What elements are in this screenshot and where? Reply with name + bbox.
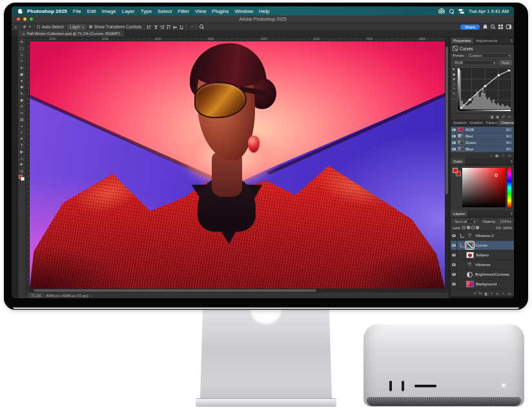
saturation-brightness-picker[interactable] <box>462 168 506 207</box>
home-icon[interactable]: ⌂ <box>14 25 17 29</box>
tool-button[interactable]: △ <box>19 155 25 161</box>
tab-color[interactable]: Color <box>451 158 465 165</box>
tab-layers[interactable]: Layers <box>451 210 467 217</box>
tool-button[interactable]: T <box>19 142 25 148</box>
tab-patterns[interactable]: Patterns <box>483 119 498 126</box>
layer-visibility-cell[interactable] <box>451 280 457 289</box>
align-center-h-icon[interactable] <box>154 25 158 29</box>
tool-button[interactable]: ∿ <box>19 52 25 57</box>
layer-label[interactable]: Brightness/Contrast <box>475 272 509 276</box>
panel-footer-icon[interactable]: ◉ <box>496 114 499 119</box>
layer-label[interactable]: Curves <box>475 243 487 247</box>
panel-footer-icon[interactable]: ◐ <box>491 291 493 295</box>
tool-button[interactable]: ◒ <box>19 123 25 128</box>
tab-gradients[interactable]: Gradients <box>467 119 483 126</box>
tab-properties[interactable]: Properties <box>451 37 473 44</box>
horizontal-scrollbar-thumb[interactable] <box>34 289 316 292</box>
menu-item-app[interactable]: Photoshop 2025 <box>27 8 67 14</box>
layer-row[interactable]: Background <box>451 280 514 289</box>
eyedropper-icon[interactable]: ~ <box>453 97 455 101</box>
menu-item[interactable]: Layer <box>122 8 135 14</box>
panel-menu-icon[interactable]: ≡ <box>510 158 514 165</box>
menu-item[interactable]: Image <box>101 8 116 14</box>
document-tab[interactable]: ✕ Fall-Winter-Collection.psd @ 71.1% (Cu… <box>18 30 124 37</box>
visibility-eye-icon[interactable] <box>452 148 456 150</box>
layer-label[interactable]: Vibrance <box>475 263 491 267</box>
panel-footer-icon[interactable]: ↺ <box>502 114 505 119</box>
menu-item[interactable]: File <box>73 8 81 14</box>
tool-button[interactable]: ☛ <box>19 161 25 167</box>
lock-transparency-icon[interactable] <box>462 226 466 229</box>
tab-adjustments[interactable]: Adjustments <box>473 37 500 44</box>
layer-visibility-cell[interactable] <box>451 260 457 269</box>
menu-item[interactable]: Select <box>158 8 172 14</box>
lock-pixels-icon[interactable] <box>467 226 470 229</box>
notifications-bell-icon[interactable] <box>483 25 487 29</box>
layer-label[interactable]: Background <box>476 282 496 286</box>
menu-item[interactable]: Window <box>235 8 253 14</box>
layer-visibility-cell[interactable] <box>451 270 457 279</box>
apple-logo-icon[interactable] <box>18 9 23 14</box>
curves-graph[interactable] <box>457 67 512 112</box>
panel-menu-icon[interactable]: ≡ <box>510 37 514 44</box>
tool-button[interactable]: ♦ <box>19 77 25 83</box>
panel-footer-icon[interactable]: ○ <box>490 154 493 158</box>
workspace-layout-icon[interactable] <box>506 25 511 29</box>
menu-item[interactable]: Filter <box>178 8 189 14</box>
control-center-icon[interactable] <box>458 8 464 14</box>
layer-row[interactable]: Brightness/Contrast <box>451 270 514 280</box>
eyedropper-icon[interactable]: ✎ <box>453 92 456 96</box>
vertical-scrollbar-thumb[interactable] <box>445 46 448 195</box>
panel-footer-icon[interactable]: ▣ <box>495 153 499 158</box>
align-right-icon[interactable] <box>160 25 164 29</box>
layer-label[interactable]: Vibrance 2 <box>475 234 494 238</box>
align-left-icon[interactable] <box>147 25 151 29</box>
lock-position-icon[interactable] <box>471 226 475 229</box>
tool-button[interactable]: ⌖ <box>19 58 25 64</box>
more-options-icon[interactable]: ⋯ <box>189 25 194 29</box>
tool-button[interactable]: ▣ <box>19 71 25 77</box>
layer-visibility-cell[interactable] <box>451 231 457 240</box>
hue-slider[interactable] <box>507 168 511 207</box>
panel-footer-icon[interactable]: ＋ <box>501 152 505 158</box>
eyedropper-icon[interactable]: ◇ <box>453 82 455 87</box>
tool-button[interactable]: ◎ <box>19 168 25 174</box>
panel-footer-icon[interactable]: fx <box>479 291 482 295</box>
preset-dropdown[interactable]: Custom ▾ <box>467 53 512 58</box>
visibility-eye-icon[interactable] <box>452 135 456 138</box>
align-middle-v-icon[interactable] <box>173 25 177 29</box>
menu-bar-clock[interactable]: Tue Apr 1 9:41 AM <box>469 8 509 14</box>
channel-row[interactable]: Blue ⌘5 <box>451 146 514 152</box>
layer-row[interactable]: ▽ Vibrance 2 <box>451 231 514 241</box>
wifi-icon[interactable] <box>438 8 445 14</box>
tool-button[interactable]: ▭ <box>19 110 25 116</box>
foreground-color-swatch[interactable] <box>453 168 458 173</box>
tool-button[interactable]: ✚ <box>19 84 25 90</box>
panel-footer-icon[interactable]: ▱ <box>496 291 499 296</box>
panel-footer-icon[interactable]: ◧ <box>484 291 488 296</box>
menu-item[interactable]: Help <box>259 8 269 14</box>
auto-select-target-dropdown[interactable]: Layer ▾ <box>67 25 87 30</box>
auto-select-checkbox[interactable] <box>37 25 40 28</box>
menu-item[interactable]: Type <box>141 8 152 14</box>
channel-row[interactable]: Red ⌘3 <box>451 133 514 139</box>
show-transform-control[interactable]: Show Transform Controls <box>89 25 141 29</box>
panel-footer-icon[interactable]: ＋ <box>501 291 505 296</box>
eyedropper-icon[interactable]: ☛ <box>453 67 456 72</box>
blend-mode-dropdown[interactable]: Normal ▾ <box>453 219 477 224</box>
zoom-tool-icon[interactable] <box>200 25 204 29</box>
tool-button[interactable]: ✛ <box>19 39 25 45</box>
auto-select-control[interactable]: Auto-Select: <box>37 25 65 29</box>
tool-button[interactable]: ▶ <box>19 148 25 154</box>
tool-preset-chevron-icon[interactable]: ▾ <box>29 25 31 28</box>
eyedropper-icon[interactable]: ◈ <box>453 77 455 81</box>
layer-visibility-cell[interactable] <box>451 241 457 250</box>
search-icon[interactable] <box>491 25 495 29</box>
zoom-level-field[interactable]: 71.1% <box>28 293 44 298</box>
show-transform-checkbox[interactable] <box>89 25 92 28</box>
menu-item[interactable]: View <box>195 8 206 14</box>
channel-row[interactable]: Green ⌘4 <box>451 139 514 146</box>
align-top-icon[interactable] <box>167 25 170 29</box>
tab-channels[interactable]: Channels <box>498 119 514 126</box>
layer-row[interactable]: Curves <box>451 241 514 250</box>
